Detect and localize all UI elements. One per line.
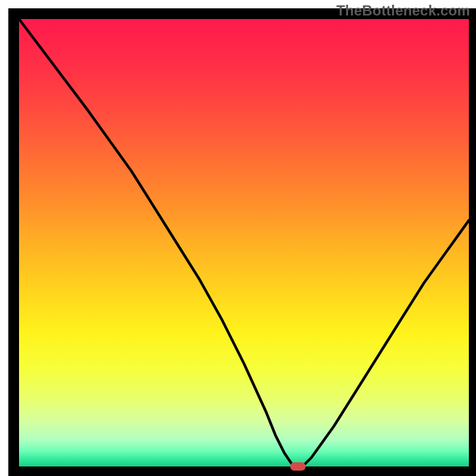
- optimal-marker: [290, 462, 306, 471]
- plot-background: [19, 19, 469, 466]
- watermark-text: TheBottleneck.com: [336, 2, 470, 19]
- chart-frame: TheBottleneck.com: [0, 0, 476, 476]
- bottleneck-chart: [0, 0, 476, 476]
